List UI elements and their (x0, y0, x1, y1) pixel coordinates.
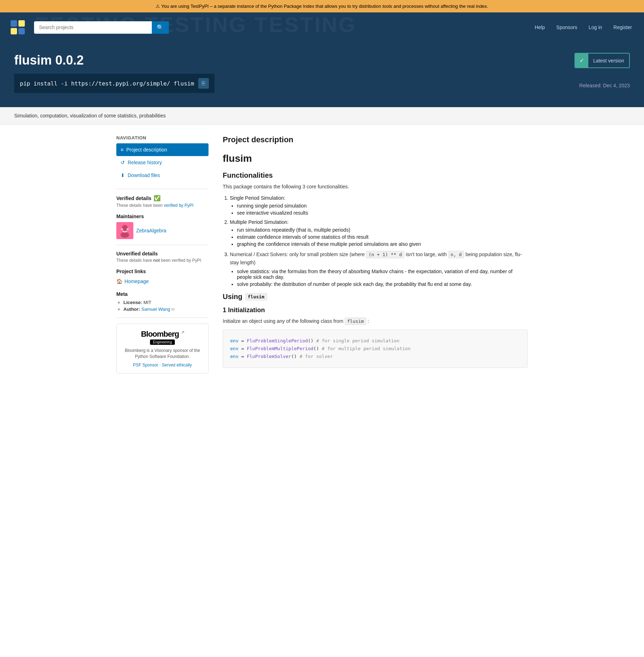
meta-list: License: MIT Author: Samuel Wang ✉ (116, 300, 209, 312)
home-icon: 🏠 (116, 278, 122, 284)
search-input[interactable] (38, 22, 152, 33)
sidebar-item-release-history[interactable]: ↺ Release history (116, 156, 209, 169)
homepage-link[interactable]: 🏠 Homepage (116, 277, 209, 286)
header-nav: Help Sponsors Log in Register (530, 22, 637, 33)
install-command: pip install -i https://test.pypi.org/sim… (20, 80, 194, 87)
warning-banner: ⚠ You are using TestPyPI – a separate in… (0, 0, 644, 12)
meta-section: Meta License: MIT Author: Samuel Wang ✉ (116, 291, 209, 312)
history-icon: ↺ (121, 160, 125, 165)
init-desc: Initialize an object using any of the fo… (223, 318, 528, 324)
nav-login[interactable]: Log in (584, 22, 607, 33)
search-button[interactable]: 🔍 (152, 21, 169, 34)
meta-title: Meta (116, 291, 209, 297)
search-bar: 🔍 (34, 21, 169, 34)
maintainers-section: Maintainers ZebraAlgebra (116, 214, 209, 239)
verified-section: Verified details ✅ These details have be… (116, 195, 209, 208)
verified-link[interactable]: verified by PyPI (164, 203, 193, 208)
svg-point-6 (121, 232, 129, 238)
list-item: see interactive visualized results (237, 210, 528, 216)
maintainer-avatar (116, 222, 133, 239)
main-content: Project description flusim Functionaliti… (223, 135, 528, 374)
svg-rect-0 (11, 20, 17, 27)
sidebar-item-project-description[interactable]: ≡ Project description (116, 143, 209, 156)
project-links-title: Project links (116, 269, 209, 274)
psf-sponsor-link[interactable]: PSF Sponsor (133, 363, 158, 368)
latest-version-label[interactable]: Latest version (588, 54, 629, 67)
list-item: solve statistics: via the formulas from … (237, 269, 528, 280)
inline-code: (n + 1) ** d (366, 251, 404, 258)
using-heading: Using flusim (223, 293, 528, 301)
sponsor-ext-icon: ↗ (181, 330, 184, 335)
served-ethically-link[interactable]: Served ethically (162, 363, 192, 368)
code-block: env = FluProblemSinglePeriod() # for sin… (223, 330, 528, 368)
description-bar: Simulation, computation, visualization o… (0, 107, 644, 125)
sponsor-links: PSF Sponsor · Served ethically (122, 363, 202, 368)
download-icon: ⬇ (121, 172, 125, 178)
check-icon: ✓ (575, 54, 588, 67)
sidebar-item-label: Download files (128, 172, 160, 178)
unverified-title: Unverified details (116, 251, 209, 256)
functionalities-list: Single Period Simulation: running single… (230, 195, 528, 287)
sponsor-badge: Engineering (150, 339, 174, 345)
verified-check-icon: ✅ (154, 195, 161, 201)
project-hero: flusim 0.0.2 ✓ Latest version pip instal… (0, 42, 644, 107)
homepage-label: Homepage (124, 278, 149, 284)
sidebar-item-label: Project description (126, 147, 167, 153)
project-desc-heading: Project description (223, 135, 528, 147)
pypi-logo (7, 17, 28, 38)
meta-author: Author: Samuel Wang ✉ (123, 307, 209, 312)
maintainers-title: Maintainers (116, 214, 209, 219)
list-item: Single Period Simulation: running single… (230, 195, 528, 216)
list-icon: ≡ (121, 147, 123, 153)
svg-point-8 (127, 228, 129, 230)
sidebar-item-download-files[interactable]: ⬇ Download files (116, 169, 209, 182)
svg-rect-1 (18, 20, 25, 27)
svg-rect-2 (11, 28, 17, 34)
sponsor-box: Bloomberg ↗ Engineering Bloomberg is a V… (116, 324, 209, 374)
svg-rect-3 (18, 28, 25, 34)
code-line: env = FluProblemSinglePeriod() # for sin… (230, 337, 520, 345)
inline-code2: n, d (448, 251, 464, 258)
project-links-section: Project links 🏠 Homepage (116, 269, 209, 286)
sidebar-nav: ≡ Project description ↺ Release history … (116, 143, 209, 182)
list-item: Multiple Period Simulation: run simulati… (230, 219, 528, 247)
package-name-heading: flusim (223, 153, 528, 164)
project-description: Simulation, computation, visualization o… (14, 113, 166, 118)
functionalities-heading: Functionalities (223, 171, 528, 180)
header: TESTING TESTING TESTING 🔍 Help Sponsors … (0, 12, 644, 42)
list-item: running single period simulation (237, 203, 528, 209)
install-box: pip install -i https://test.pypi.org/sim… (14, 74, 215, 93)
author-link[interactable]: Samuel Wang (141, 307, 170, 312)
maintainer-name[interactable]: ZebraAlgebra (136, 228, 166, 233)
sidebar-item-label: Release history (128, 160, 162, 165)
list-item: run simulations repeatedly (that is, mul… (237, 227, 528, 233)
sponsor-name: Bloomberg ↗ (122, 330, 202, 339)
email-icon: ✉ (171, 307, 174, 311)
sponsor-desc: Bloomberg is a Visionary sponsor of the … (122, 348, 202, 360)
using-code-inline: flusim (245, 293, 267, 300)
nav-sponsors[interactable]: Sponsors (551, 22, 582, 33)
maintainer-item: ZebraAlgebra (116, 222, 209, 239)
list-item: Numerical / Exact Solvers: only for smal… (230, 250, 528, 287)
sidebar-nav-title: Navigation (116, 135, 209, 140)
unverified-section: Unverified details These details have no… (116, 251, 209, 263)
code-line: env = FluProblemMultiplePeriod() # for m… (230, 345, 520, 353)
released-date: Released: Dec 4, 2023 (579, 83, 630, 88)
func-intro: This package contains the following 3 co… (223, 184, 528, 189)
meta-license: License: MIT (123, 300, 209, 305)
sidebar: Navigation ≡ Project description ↺ Relea… (116, 135, 209, 374)
copy-button[interactable]: ⎘ (198, 78, 209, 89)
list-item: solve probabiliy: the distribution of nu… (237, 281, 528, 287)
project-title: flusim 0.0.2 (14, 53, 84, 68)
latest-version-badge: ✓ Latest version (574, 53, 630, 68)
code-line: env = FluProblemSolver() # for solver (230, 353, 520, 360)
nav-register[interactable]: Register (609, 22, 637, 33)
init-heading: 1 Initialization (223, 307, 528, 314)
unverified-desc: These details have not been verified by … (116, 258, 209, 263)
list-item: estimate confidence intervals of some st… (237, 234, 528, 240)
svg-point-7 (121, 228, 123, 230)
verified-title: Verified details ✅ (116, 195, 209, 201)
warning-text: ⚠ You are using TestPyPI – a separate in… (156, 4, 488, 9)
nav-help[interactable]: Help (530, 22, 550, 33)
list-item: graphing the confidence intervals of the… (237, 241, 528, 247)
